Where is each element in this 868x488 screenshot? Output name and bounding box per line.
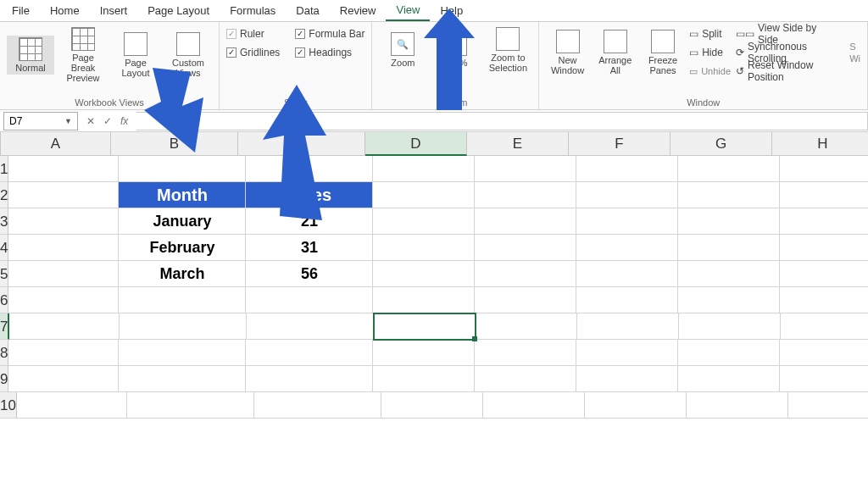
cell[interactable]: Month bbox=[119, 182, 246, 208]
cell[interactable] bbox=[120, 313, 247, 340]
page-break-preview-button[interactable]: Page Break Preview bbox=[59, 25, 107, 85]
cell[interactable] bbox=[678, 235, 780, 261]
gridlines-checkbox[interactable]: ✓Gridlines bbox=[226, 44, 280, 61]
col-header-a[interactable]: A bbox=[1, 132, 111, 156]
row-header[interactable]: 2 bbox=[0, 182, 8, 208]
row-header[interactable]: 6 bbox=[0, 287, 8, 313]
cell[interactable] bbox=[576, 261, 678, 287]
row-header[interactable]: 5 bbox=[0, 261, 8, 287]
cell[interactable] bbox=[780, 235, 868, 261]
arrange-all-button[interactable]: Arrange All bbox=[594, 28, 637, 77]
split-button[interactable]: ▭Split bbox=[689, 25, 731, 42]
cell[interactable] bbox=[373, 340, 475, 366]
cell[interactable] bbox=[475, 235, 576, 261]
cell[interactable]: January bbox=[119, 208, 246, 235]
row-header[interactable]: 10 bbox=[0, 392, 17, 419]
menu-review[interactable]: Review bbox=[330, 1, 387, 20]
cell[interactable] bbox=[576, 208, 678, 235]
cell[interactable] bbox=[678, 208, 780, 235]
formula-input[interactable] bbox=[136, 112, 868, 130]
cell[interactable] bbox=[373, 366, 475, 392]
cell[interactable] bbox=[576, 156, 678, 182]
cell[interactable] bbox=[475, 156, 576, 182]
cell[interactable] bbox=[678, 261, 780, 287]
cell[interactable] bbox=[475, 366, 576, 392]
cell[interactable] bbox=[678, 366, 780, 392]
cell[interactable] bbox=[475, 261, 576, 287]
headings-checkbox[interactable]: ✓Headings bbox=[295, 44, 364, 61]
cell[interactable] bbox=[678, 156, 780, 182]
cell[interactable] bbox=[381, 392, 483, 419]
cell[interactable] bbox=[8, 182, 119, 208]
row-header[interactable]: 7 bbox=[0, 313, 9, 340]
cell[interactable] bbox=[585, 392, 687, 419]
cell[interactable] bbox=[373, 208, 475, 235]
cell[interactable] bbox=[247, 313, 374, 340]
hide-button[interactable]: ▭Hide bbox=[689, 44, 731, 61]
cell[interactable] bbox=[678, 340, 780, 366]
cell[interactable] bbox=[577, 313, 679, 340]
cell[interactable] bbox=[119, 287, 246, 313]
cell[interactable] bbox=[780, 340, 868, 366]
cell[interactable] bbox=[127, 392, 254, 419]
row-header[interactable]: 9 bbox=[0, 366, 8, 392]
row-header[interactable]: 8 bbox=[0, 340, 8, 366]
cell[interactable] bbox=[246, 340, 373, 366]
name-box[interactable]: D7 ▼ bbox=[3, 112, 78, 130]
col-header-h[interactable]: H bbox=[772, 132, 868, 156]
cell[interactable] bbox=[576, 235, 678, 261]
menu-data[interactable]: Data bbox=[286, 1, 329, 20]
cell[interactable] bbox=[475, 340, 576, 366]
cell[interactable] bbox=[780, 156, 868, 182]
cell[interactable] bbox=[780, 287, 868, 313]
zoom-button[interactable]: 🔍 Zoom bbox=[379, 30, 426, 69]
cell[interactable]: 31 bbox=[246, 235, 373, 261]
normal-view-button[interactable]: Normal bbox=[7, 36, 54, 75]
cell[interactable] bbox=[373, 156, 475, 182]
new-window-button[interactable]: New Window bbox=[546, 28, 588, 77]
col-header-d[interactable]: D bbox=[365, 132, 467, 156]
cell[interactable] bbox=[374, 313, 476, 340]
cell[interactable] bbox=[576, 340, 678, 366]
formula-bar-checkbox[interactable]: ✓Formula Bar bbox=[295, 25, 364, 42]
cell[interactable] bbox=[119, 340, 246, 366]
cell[interactable] bbox=[576, 182, 678, 208]
cell[interactable] bbox=[781, 313, 868, 340]
menu-insert[interactable]: Insert bbox=[90, 1, 138, 20]
cell[interactable] bbox=[373, 235, 475, 261]
cell[interactable] bbox=[9, 313, 120, 340]
ruler-checkbox[interactable]: ✓Ruler bbox=[226, 25, 280, 42]
cell[interactable]: March bbox=[119, 261, 246, 287]
cell[interactable] bbox=[8, 287, 119, 313]
cell[interactable] bbox=[780, 261, 868, 287]
cell[interactable] bbox=[679, 313, 781, 340]
cell[interactable] bbox=[373, 182, 475, 208]
zoom-selection-button[interactable]: Zoom to Selection bbox=[484, 25, 531, 75]
cell[interactable] bbox=[8, 208, 119, 235]
cell[interactable] bbox=[576, 287, 678, 313]
freeze-panes-button[interactable]: Freeze Panes bbox=[642, 28, 684, 77]
cell[interactable] bbox=[678, 182, 780, 208]
cell[interactable] bbox=[8, 156, 119, 182]
cell[interactable] bbox=[678, 287, 780, 313]
col-header-g[interactable]: G bbox=[670, 132, 772, 156]
row-header[interactable]: 1 bbox=[0, 156, 8, 182]
cell[interactable] bbox=[780, 182, 868, 208]
cell[interactable]: 56 bbox=[246, 261, 373, 287]
cell[interactable] bbox=[576, 366, 678, 392]
cell[interactable] bbox=[475, 287, 576, 313]
cell[interactable] bbox=[8, 261, 119, 287]
cell[interactable] bbox=[780, 208, 868, 235]
cell[interactable] bbox=[8, 366, 119, 392]
cell[interactable] bbox=[475, 208, 576, 235]
cell[interactable] bbox=[8, 235, 119, 261]
cell[interactable] bbox=[373, 261, 475, 287]
cell[interactable] bbox=[246, 287, 373, 313]
cell[interactable] bbox=[687, 392, 788, 419]
cell[interactable]: February bbox=[119, 235, 246, 261]
cell[interactable] bbox=[373, 287, 475, 313]
cell[interactable] bbox=[246, 366, 373, 392]
cell[interactable] bbox=[483, 392, 585, 419]
menu-home[interactable]: Home bbox=[40, 1, 90, 20]
cell[interactable] bbox=[8, 340, 119, 366]
